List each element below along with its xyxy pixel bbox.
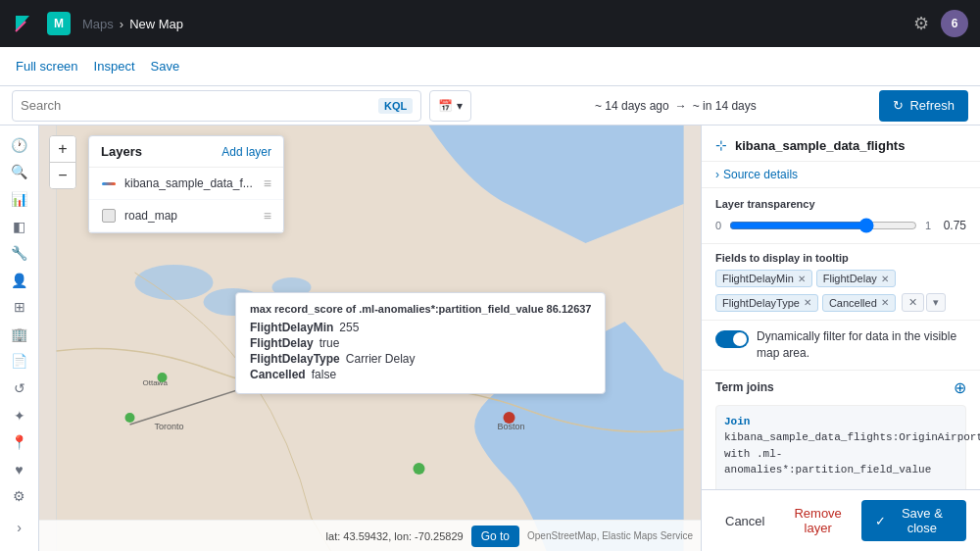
sidebar-icon-grid[interactable]: ⊞ <box>4 295 35 319</box>
add-layer-button[interactable]: Add layer <box>221 145 271 159</box>
maps-link[interactable]: Maps <box>82 17 114 31</box>
field-tag: Cancelled ✕ <box>822 294 896 312</box>
user-avatar[interactable]: 6 <box>941 10 968 37</box>
sidebar-icon-star[interactable]: ✦ <box>4 404 35 427</box>
layer-gradient-icon <box>101 175 117 191</box>
zoom-in-button[interactable]: + <box>50 136 75 162</box>
kql-badge[interactable]: KQL <box>378 98 413 114</box>
map-area[interactable]: Montreal Ottawa Toronto Quebec Boston + … <box>39 125 701 551</box>
sidebar-icon-heart[interactable]: ♥ <box>4 458 35 481</box>
sidebar-icon-clock[interactable]: 🕐 <box>4 133 35 157</box>
zoom-out-button[interactable]: − <box>50 163 75 188</box>
sidebar-icon-document[interactable]: 📄 <box>4 350 35 374</box>
inspect-button[interactable]: Inspect <box>94 55 135 77</box>
field-tag: FlightDelayMin ✕ <box>715 270 812 287</box>
map-attribution: OpenStreetMap, Elastic Maps Service <box>527 530 693 541</box>
transparency-title: Layer transparency <box>715 198 966 210</box>
remove-field-button[interactable]: ✕ <box>798 274 806 284</box>
svg-point-14 <box>125 413 135 423</box>
fields-section: Fields to display in tooltip FlightDelay… <box>702 244 980 321</box>
search-input[interactable] <box>21 98 378 113</box>
tooltip-key: FlightDelay <box>250 336 314 350</box>
transparency-slider[interactable] <box>729 218 917 233</box>
layers-header: Layers Add layer <box>89 136 283 168</box>
chevron-down-icon: ▾ <box>457 99 463 113</box>
cancel-button[interactable]: Cancel <box>715 508 774 534</box>
calendar-icon: 📅 <box>438 99 453 113</box>
top-nav: M Maps › New Map ⚙ 6 <box>0 0 980 47</box>
remove-field-button[interactable]: ✕ <box>881 297 889 308</box>
kibana-logo-icon <box>12 12 35 35</box>
sidebar-icon-chevron[interactable]: › <box>4 512 35 543</box>
svg-point-16 <box>414 463 425 475</box>
field-tag: FlightDelay ✕ <box>816 270 896 287</box>
tooltip-key: FlightDelayMin <box>250 321 333 334</box>
save-button[interactable]: Save <box>151 55 180 77</box>
transparency-value: 0.75 <box>939 219 966 232</box>
layers-title: Layers <box>101 144 142 159</box>
sidebar-icon-layers[interactable]: ◧ <box>4 215 35 238</box>
tooltip-value: 255 <box>339 321 359 334</box>
fields-clear-button[interactable]: ✕ <box>902 293 924 312</box>
sidebar-icon-search[interactable]: 🔍 <box>4 161 35 184</box>
fields-title: Fields to display in tooltip <box>715 252 966 264</box>
toolbar: Full screen Inspect Save <box>0 47 980 86</box>
sidebar-icon-person[interactable]: 👤 <box>4 269 35 292</box>
field-tag-label: FlightDelayType <box>722 297 800 309</box>
goto-button[interactable]: Go to <box>471 526 519 547</box>
tooltip-key: Cancelled <box>250 368 306 381</box>
main-area: 🕐 🔍 📊 ◧ 🔧 👤 ⊞ 🏢 📄 ↺ ✦ 📍 ♥ ⚙ › <box>0 125 980 551</box>
sidebar-icon-chart[interactable]: 📊 <box>4 187 35 211</box>
bottom-action-bar: Cancel Remove layer ✓ Save & close <box>702 489 980 551</box>
dynamic-filter-label: Dynamically filter for data in the visib… <box>757 328 966 362</box>
transparency-max: 1 <box>925 220 931 231</box>
field-tag-label: Cancelled <box>829 297 877 309</box>
sidebar-icon-settings[interactable]: ⚙ <box>4 485 35 509</box>
fullscreen-button[interactable]: Full screen <box>16 55 78 77</box>
layer-name: kibana_sample_data_f... <box>124 176 256 190</box>
dynamic-filter-row: Dynamically filter for data in the visib… <box>702 321 980 371</box>
check-icon: ✓ <box>875 514 886 528</box>
map-tooltip: max record_score of .ml-anomalies*:parti… <box>235 292 606 394</box>
search-bar: KQL 📅 ▾ ~ 14 days ago → ~ in 14 days ↻ R… <box>0 86 980 125</box>
coordinates-bar: lat: 43.59432, lon: -70.25829 Go to Open… <box>39 520 701 551</box>
sidebar-icon-refresh[interactable]: ↺ <box>4 376 35 400</box>
table-row: FlightDelayMin 255 <box>250 321 591 334</box>
tooltip-value: false <box>312 368 336 381</box>
list-item[interactable]: road_map ≡ <box>89 200 283 232</box>
field-tag: FlightDelayType ✕ <box>715 294 818 312</box>
field-tag-label: FlightDelayMin <box>722 273 794 284</box>
add-join-button[interactable]: ⊕ <box>954 378 966 397</box>
refresh-button[interactable]: ↻ Refresh <box>879 90 968 122</box>
remove-field-button[interactable]: ✕ <box>881 274 889 284</box>
term-joins-section: Term joins ⊕ Join kibana_sample_data_fli… <box>702 371 980 489</box>
sidebar-icon-tools[interactable]: 🔧 <box>4 241 35 265</box>
date-picker-button[interactable]: 📅 ▾ <box>429 90 471 122</box>
field-tag-label: FlightDelay <box>823 273 877 284</box>
layer-drag-icon: ≡ <box>264 175 271 191</box>
table-row: FlightDelay true <box>250 336 591 350</box>
right-panel: ⊹ kibana_sample_data_flights › Source de… <box>701 125 980 551</box>
layer-icon: ⊹ <box>715 137 727 153</box>
transparency-row: 0 1 0.75 <box>715 218 966 233</box>
fields-tags: FlightDelayMin ✕ FlightDelay ✕ FlightDel… <box>715 270 966 312</box>
svg-point-13 <box>158 373 168 382</box>
settings-button[interactable]: ⚙ <box>913 13 929 34</box>
table-row: Cancelled false <box>250 368 591 381</box>
zoom-controls: + − <box>49 135 76 189</box>
remove-field-button[interactable]: ✕ <box>804 297 811 308</box>
sidebar-icon-pin[interactable]: 📍 <box>4 430 35 454</box>
fields-expand-button[interactable]: ▾ <box>926 293 946 312</box>
panel-header: ⊹ kibana_sample_data_flights <box>702 125 980 162</box>
app-badge: M <box>47 12 71 35</box>
source-details-row[interactable]: › Source details <box>702 162 980 188</box>
save-close-button[interactable]: ✓ Save & close <box>861 500 966 541</box>
refresh-icon: ↻ <box>893 98 904 113</box>
remove-layer-button[interactable]: Remove layer <box>774 500 860 541</box>
list-item[interactable]: kibana_sample_data_f... ≡ <box>89 168 283 200</box>
dynamic-filter-toggle[interactable] <box>715 330 749 348</box>
layers-panel: Layers Add layer kibana_sample_data_f...… <box>88 135 284 233</box>
transparency-min: 0 <box>715 220 721 231</box>
breadcrumb: Maps › New Map <box>82 17 183 31</box>
sidebar-icon-building[interactable]: 🏢 <box>4 323 35 346</box>
